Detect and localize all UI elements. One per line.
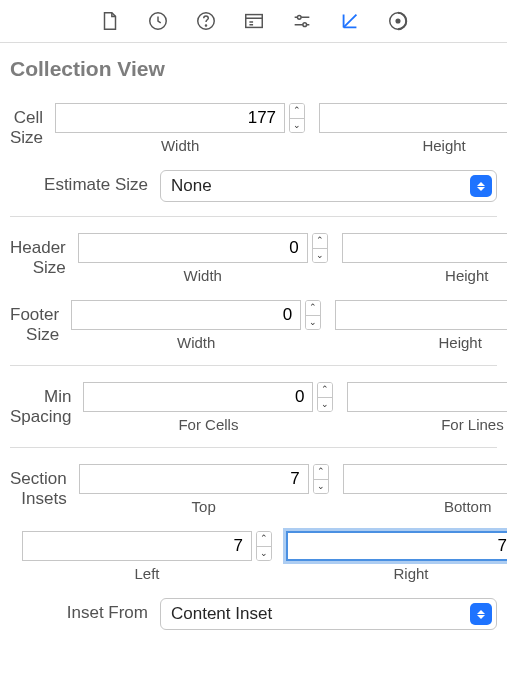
tab-identity-icon[interactable] [241,8,267,34]
cell-size-label: Cell Size [10,103,55,148]
min-spacing-lines-sublabel: For Lines [441,416,504,433]
min-spacing-cells-sublabel: For Cells [178,416,238,433]
header-width-stepper[interactable]: ⌃⌄ [312,233,328,263]
header-size-label: Header Size [10,233,78,278]
svg-point-5 [302,23,306,27]
cell-width-input[interactable] [55,103,285,133]
svg-point-2 [205,25,206,26]
inset-from-value: Content Inset [161,604,470,624]
header-width-sublabel: Width [184,267,222,284]
inset-bottom-input[interactable] [343,464,507,494]
section-title: Collection View [0,43,507,87]
min-spacing-cells-stepper[interactable]: ⌃⌄ [317,382,333,412]
row-section-insets-tb: Section Insets ⌃⌄ Top ⌃⌄ Bottom [10,447,497,515]
tab-attributes-icon[interactable] [289,8,315,34]
tab-help-icon[interactable] [193,8,219,34]
cell-width-sublabel: Width [161,137,199,154]
inset-top-input[interactable] [79,464,309,494]
cell-height-sublabel: Height [422,137,465,154]
footer-height-input[interactable] [335,300,507,330]
row-min-spacing: Min Spacing ⌃⌄ For Cells ⌃⌄ For Lines [10,365,497,433]
tab-file-icon[interactable] [97,8,123,34]
inset-left-sublabel: Left [134,565,159,582]
inset-top-sublabel: Top [192,498,216,515]
tab-history-icon[interactable] [145,8,171,34]
svg-rect-3 [245,15,262,28]
footer-width-input[interactable] [71,300,301,330]
row-footer-size: Footer Size ⌃⌄ Width ⌃⌄ Height [10,284,497,351]
inset-right-input[interactable] [286,531,507,561]
chevron-up-down-icon [470,175,492,197]
footer-size-label: Footer Size [10,300,71,345]
row-header-size: Header Size ⌃⌄ Width ⌃⌄ Height [10,216,497,284]
inspector-tabs [0,0,507,43]
header-height-input[interactable] [342,233,507,263]
inset-bottom-sublabel: Bottom [444,498,492,515]
cell-height-input[interactable] [319,103,507,133]
svg-point-7 [396,19,400,23]
cell-width-field: ⌃⌄ [55,103,305,133]
estimate-size-value: None [161,176,470,196]
row-cell-size: Cell Size ⌃⌄ Width ⌃⌄ Height [10,87,497,154]
footer-height-sublabel: Height [438,334,481,351]
min-spacing-cells-input[interactable] [83,382,313,412]
estimate-size-label: Estimate Size [10,170,160,195]
row-inset-from: Inset From Content Inset [10,582,497,630]
cell-height-field: ⌃⌄ [319,103,507,133]
tab-size-icon[interactable] [337,8,363,34]
inset-from-popup[interactable]: Content Inset [160,598,497,630]
inset-left-input[interactable] [22,531,252,561]
min-spacing-label: Min Spacing [10,382,83,427]
inset-from-label: Inset From [10,598,160,623]
min-spacing-lines-input[interactable] [347,382,507,412]
row-section-insets-lr: ⌃⌄ Left ⌃⌄ Right [10,515,497,582]
header-width-input[interactable] [78,233,308,263]
estimate-size-popup[interactable]: None [160,170,497,202]
collection-view-panel: Cell Size ⌃⌄ Width ⌃⌄ Height Estimate Si… [0,87,507,630]
footer-width-stepper[interactable]: ⌃⌄ [305,300,321,330]
section-insets-label: Section Insets [10,464,79,509]
cell-width-stepper[interactable]: ⌃⌄ [289,103,305,133]
inset-top-stepper[interactable]: ⌃⌄ [313,464,329,494]
inset-right-sublabel: Right [393,565,428,582]
row-estimate-size: Estimate Size None [10,154,497,202]
chevron-up-down-icon [470,603,492,625]
footer-width-sublabel: Width [177,334,215,351]
inset-left-stepper[interactable]: ⌃⌄ [256,531,272,561]
header-height-sublabel: Height [445,267,488,284]
tab-connections-icon[interactable] [385,8,411,34]
svg-point-4 [297,16,301,20]
